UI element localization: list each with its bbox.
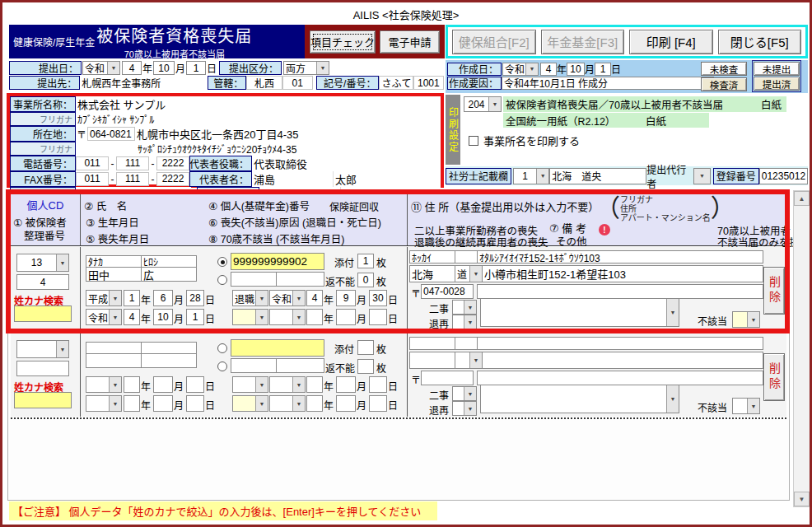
attach-count-input[interactable] <box>357 340 374 355</box>
sharoshi-seq-select[interactable]: 1 <box>513 168 549 184</box>
chevron-down-icon[interactable] <box>464 387 476 400</box>
reason-era-select[interactable] <box>269 376 306 393</box>
office-name-input[interactable]: 株式会社 サンプル <box>76 96 441 112</box>
creation-year-input[interactable]: 4 <box>540 63 557 76</box>
first-name-input[interactable]: 広 <box>141 267 197 282</box>
loss-day-input[interactable]: 1 <box>186 309 204 325</box>
submission-year-input[interactable]: 4 <box>122 61 142 75</box>
pension-number-radio[interactable] <box>217 343 227 353</box>
scroll-up-icon[interactable]: ▲ <box>794 191 810 206</box>
status-submitted-button[interactable]: 提出済 <box>754 77 800 91</box>
chevron-down-icon[interactable] <box>525 63 538 75</box>
tel-2-input[interactable]: 111 <box>116 156 149 170</box>
reason-month-input[interactable] <box>336 376 356 393</box>
reg-no-input[interactable]: 01235012 <box>759 168 808 184</box>
chevron-down-icon[interactable] <box>469 266 482 282</box>
pref-suffix-select[interactable]: 道 <box>455 265 483 282</box>
first-name-input[interactable] <box>141 353 197 368</box>
attach-count-input[interactable]: 1 <box>357 254 374 268</box>
chevron-down-icon[interactable] <box>536 169 548 184</box>
birth-era-select[interactable]: 平成 <box>86 290 122 306</box>
apartment-input[interactable] <box>477 284 763 299</box>
pref-input[interactable] <box>409 352 455 369</box>
birth-month-input[interactable]: 6 <box>153 290 173 306</box>
creation-month-input[interactable]: 10 <box>567 63 585 76</box>
unreturnable-count-input[interactable] <box>357 359 374 374</box>
person-postal-input[interactable]: 047-0028 <box>421 284 474 299</box>
reason-year-input[interactable]: 4 <box>306 290 323 306</box>
pref-suffix-select[interactable] <box>455 352 483 369</box>
pension-number-input[interactable]: 999999999902 <box>231 253 324 270</box>
chevron-down-icon[interactable] <box>666 299 679 326</box>
chevron-down-icon[interactable] <box>488 97 501 111</box>
addr-pref-kana-input[interactable]: ﾎｯｶｲ <box>409 250 455 264</box>
chevron-down-icon[interactable] <box>747 312 759 327</box>
office-name-kana-input[interactable]: ｶﾌﾞｼｷｶﾞｲｼｬ ｻﾝﾌﾟﾙ <box>76 112 441 126</box>
submission-division-select[interactable]: 両方 <box>283 61 329 75</box>
chevron-down-icon[interactable] <box>292 310 305 324</box>
submission-dest-input[interactable]: 札幌西年金事務所 <box>80 76 208 90</box>
creation-reason-input[interactable]: 令和4年10月1日 作成分 <box>502 77 714 90</box>
alt-number-input-2[interactable] <box>276 358 324 373</box>
fax-2-input[interactable]: 111 <box>116 172 149 185</box>
last-name-kana-input[interactable]: ﾀﾅｶ <box>86 255 142 268</box>
chevron-down-icon[interactable] <box>109 396 121 411</box>
loss-day-input[interactable] <box>186 395 204 412</box>
chevron-down-icon[interactable] <box>107 62 119 74</box>
vertical-scrollbar[interactable]: ▲ ▼ <box>793 190 810 507</box>
creation-era-select[interactable]: 令和 <box>502 63 539 76</box>
alt-number-radio[interactable] <box>217 275 227 285</box>
birth-year-input[interactable]: 1 <box>124 290 140 306</box>
print-button[interactable]: 印刷 [F4] <box>629 30 713 54</box>
over70-year-input[interactable] <box>306 309 323 325</box>
loss-era-select[interactable]: 令和 <box>86 309 122 325</box>
over70-day-input[interactable] <box>369 309 387 325</box>
addr-kana-input[interactable]: ｵﾀﾙｼｱｲｵｲﾏﾁ152-1ｷﾎﾞｳｿｳ103 <box>477 250 763 264</box>
rep-first-name-input[interactable]: 太郎 <box>333 171 441 187</box>
not-applicable-select[interactable] <box>732 398 760 414</box>
alt-number-input-2[interactable] <box>276 272 324 287</box>
last-name-input[interactable]: 田中 <box>86 267 142 282</box>
submission-era-select[interactable]: 令和 <box>82 61 120 75</box>
address-input[interactable]: 小樽市相生町152-1希望荘103 <box>482 265 763 282</box>
close-button[interactable]: 閉じる[F5] <box>718 30 802 54</box>
loss-reason-select[interactable] <box>232 376 268 393</box>
not-applicable-select[interactable] <box>732 311 760 328</box>
sharoshi-name-input[interactable]: 北海 道央 <box>549 168 646 184</box>
kana-search-input[interactable] <box>14 392 72 408</box>
pension-number-radio[interactable] <box>217 257 227 267</box>
chevron-down-icon[interactable] <box>109 291 121 305</box>
reason-era-select[interactable]: 令和 <box>269 290 306 306</box>
remarks-select[interactable] <box>480 298 679 327</box>
addr-kana-extra-input[interactable] <box>455 250 478 264</box>
last-name-kana-input[interactable] <box>86 342 142 354</box>
chevron-down-icon[interactable] <box>666 385 679 413</box>
over70-era-select[interactable] <box>269 395 306 412</box>
symbol-input[interactable]: さふて <box>379 76 413 90</box>
reason-year-input[interactable] <box>306 376 323 393</box>
birth-era-select[interactable] <box>86 376 122 393</box>
birth-month-input[interactable] <box>153 376 173 393</box>
chevron-down-icon[interactable] <box>255 291 268 305</box>
loss-month-input[interactable]: 10 <box>153 309 173 325</box>
reason-month-input[interactable]: 9 <box>336 290 356 306</box>
chevron-down-icon[interactable] <box>56 254 68 271</box>
two-biz-select[interactable] <box>452 386 477 401</box>
chevron-down-icon[interactable] <box>292 396 305 411</box>
office-address-kana-input[interactable]: ｻｯﾎﾟﾛｼﾁｭｳｵｳｸｷﾀｲﾁｼﾞｮｳﾆｼ20ﾁｮｳﾒ4-35 <box>136 142 441 156</box>
person-postal-input[interactable] <box>421 371 474 385</box>
print-office-name-checkbox[interactable] <box>469 136 478 146</box>
print-office-name-option[interactable]: 事業所名を印刷する <box>469 133 580 148</box>
chevron-down-icon[interactable] <box>464 315 476 329</box>
birth-year-input[interactable] <box>124 376 140 393</box>
loss-reason-select[interactable]: 退職 <box>232 290 268 306</box>
two-biz-select[interactable] <box>452 300 477 315</box>
chevron-down-icon[interactable] <box>292 377 305 392</box>
insured-seq-input[interactable] <box>16 361 69 376</box>
addr-kana-extra-input[interactable] <box>455 337 478 350</box>
alt-number-input-1[interactable] <box>231 358 277 373</box>
first-name-kana-input[interactable] <box>141 342 197 354</box>
office-postal-input[interactable]: 064-0821 <box>87 127 135 141</box>
reason-day-input[interactable] <box>369 376 387 393</box>
over70-month-input[interactable] <box>336 395 356 412</box>
